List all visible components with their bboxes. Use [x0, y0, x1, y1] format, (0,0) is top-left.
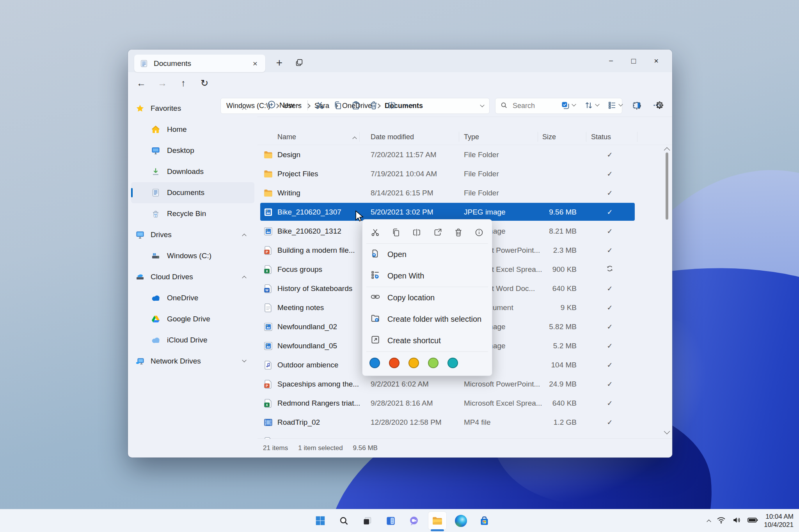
chat-icon[interactable]: [405, 512, 423, 530]
tab-close-icon[interactable]: ×: [250, 58, 261, 69]
menu-item-copy-location[interactable]: Copy location: [362, 287, 492, 309]
sidebar-item-label: iCloud Drive: [167, 336, 207, 344]
file-row[interactable]: Running Rapids 7/28/2021 4:48 PM Microso…: [257, 432, 672, 439]
maximize-button[interactable]: □: [622, 52, 645, 70]
file-row[interactable]: P Spaceships among the... 9/2/2021 6:02 …: [257, 374, 672, 394]
microsoft-store-icon[interactable]: [475, 512, 493, 530]
more-options-icon[interactable]: [401, 97, 419, 114]
widgets-icon[interactable]: [382, 512, 400, 530]
column-header-type[interactable]: Type: [464, 133, 479, 141]
task-view-icon[interactable]: [358, 512, 376, 530]
rename-icon[interactable]: [408, 224, 426, 241]
refresh-icon[interactable]: ↻: [196, 75, 213, 91]
sidebar-section-network-drives[interactable]: Network Drives: [131, 351, 254, 372]
chevron-up-icon[interactable]: [242, 234, 246, 238]
tag-blue[interactable]: [369, 358, 380, 368]
start-button[interactable]: [311, 512, 329, 530]
column-header-status[interactable]: Status: [591, 133, 611, 141]
file-row[interactable]: Design 7/20/2021 11:57 AM File Folder ✓: [257, 145, 672, 164]
sidebar-item-label: Windows (C:): [167, 252, 211, 260]
view-button[interactable]: [604, 97, 625, 114]
sidebar-section-cloud-drives[interactable]: Cloud Drives: [131, 266, 254, 287]
wifi-icon[interactable]: [716, 515, 726, 527]
scroll-down-icon[interactable]: [664, 428, 670, 434]
menu-item-open-with[interactable]: Open With: [362, 265, 492, 287]
tab-documents[interactable]: Documents ×: [134, 55, 265, 72]
sidebar-item-downloads[interactable]: Downloads: [131, 161, 254, 182]
copy-button[interactable]: [329, 97, 347, 114]
list-header: Name Date modified Type Size Status: [257, 129, 672, 145]
share-icon[interactable]: [429, 224, 447, 241]
search-taskbar-icon[interactable]: [335, 512, 353, 530]
file-date: 9/2/2021 6:02 AM: [371, 380, 429, 388]
menu-item-create-shortcut[interactable]: Create shortcut: [362, 330, 492, 351]
sidebar-item-home[interactable]: Home: [131, 119, 254, 140]
tag-orange[interactable]: [389, 358, 400, 368]
new-tab-button[interactable]: +: [272, 57, 287, 69]
minimize-button[interactable]: −: [600, 52, 622, 70]
sidebar-item-documents[interactable]: Documents: [131, 182, 254, 203]
menu-item-open[interactable]: Open: [362, 244, 492, 265]
delete-icon[interactable]: [449, 224, 467, 241]
close-button[interactable]: ×: [645, 52, 668, 70]
column-header-date[interactable]: Date modified: [371, 133, 414, 141]
clock[interactable]: 10:04 AM 10/4/2021: [764, 512, 794, 529]
delete-button[interactable]: [365, 97, 383, 114]
column-header-size[interactable]: Size: [542, 133, 556, 141]
tag-yellow[interactable]: [408, 358, 419, 368]
sidebar-section-drives[interactable]: Drives: [131, 224, 254, 245]
column-divider[interactable]: [637, 132, 637, 142]
paste-button[interactable]: [347, 97, 365, 114]
file-row[interactable]: Project Files 7/19/2021 10:04 AM File Fo…: [257, 164, 672, 183]
cut-icon[interactable]: [366, 224, 384, 241]
scrollbar-thumb[interactable]: [666, 153, 668, 220]
menu-item-create-folder[interactable]: Create folder with selection: [362, 309, 492, 330]
file-row[interactable]: X Redmond Rangers triat... 9/28/2021 8:1…: [257, 394, 672, 413]
sidebar-item-icloud-drive[interactable]: iCloud Drive: [131, 330, 254, 351]
up-icon[interactable]: ↑: [175, 75, 192, 91]
sidebar-item-windows-c[interactable]: Windows (C:): [131, 245, 254, 266]
sidebar-section-favorites[interactable]: Favorites: [131, 98, 254, 119]
volume-icon[interactable]: [732, 515, 742, 527]
battery-icon[interactable]: [748, 517, 758, 525]
edge-icon[interactable]: [452, 512, 470, 530]
tag-teal[interactable]: [447, 358, 458, 368]
tag-green[interactable]: [428, 358, 439, 368]
menu-item-label: Copy location: [387, 293, 435, 302]
hidden-icons-chevron[interactable]: [707, 520, 711, 524]
sidebar-item-label: Downloads: [167, 167, 204, 176]
select-all-button[interactable]: [558, 97, 579, 114]
copy-icon[interactable]: [387, 224, 405, 241]
more-options-icon[interactable]: [648, 97, 666, 114]
chevron-up-icon[interactable]: [242, 107, 246, 112]
chevron-down-icon[interactable]: [242, 358, 246, 362]
sidebar-item-google-drive[interactable]: Google Drive: [131, 309, 254, 330]
column-divider[interactable]: [459, 132, 459, 142]
cut-button[interactable]: [311, 97, 329, 114]
sort-button[interactable]: [581, 97, 602, 114]
rename-button[interactable]: [383, 97, 401, 114]
back-icon[interactable]: ←: [133, 75, 150, 91]
new-button[interactable]: New: [263, 97, 304, 114]
file-row[interactable]: Writing 8/14/2021 6:15 PM File Folder ✓: [257, 183, 672, 202]
syncing-icon: [603, 264, 616, 274]
system-tray: 10:04 AM 10/4/2021: [707, 509, 794, 532]
file-explorer-taskbar-icon[interactable]: [428, 512, 446, 530]
column-header-name[interactable]: Name: [277, 133, 296, 141]
scrollbar[interactable]: [664, 146, 670, 437]
forward-icon[interactable]: →: [154, 75, 171, 91]
sidebar-item-onedrive[interactable]: OneDrive: [131, 287, 254, 309]
column-divider[interactable]: [538, 132, 538, 142]
sidebar-item-desktop[interactable]: Desktop: [131, 140, 254, 161]
sidebar-item-recycle-bin[interactable]: Recycle Bin: [131, 203, 254, 224]
file-row[interactable]: RoadTrip_02 12/28/2020 12:58 PM MP4 file…: [257, 413, 672, 432]
tab-list-icon[interactable]: [295, 58, 304, 68]
hard-drive-icon: [151, 251, 161, 261]
column-divider[interactable]: [359, 132, 360, 142]
plus-circle-icon: [267, 100, 276, 111]
properties-icon[interactable]: [470, 224, 488, 241]
file-row-selected[interactable]: Bike_210620_1307 5/20/2021 3:02 PM JPEG …: [257, 202, 672, 222]
column-divider[interactable]: [586, 132, 586, 142]
details-pane-button[interactable]: [628, 97, 646, 114]
chevron-up-icon[interactable]: [242, 276, 246, 280]
